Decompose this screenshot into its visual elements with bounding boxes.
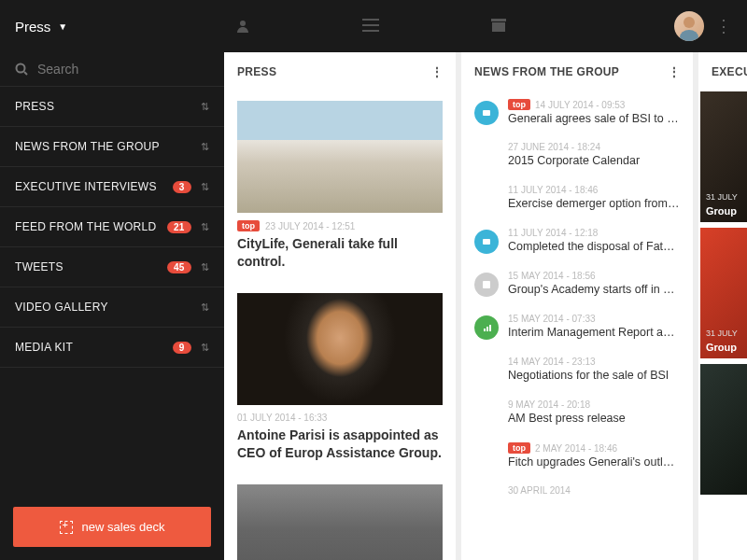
svg-rect-13 bbox=[483, 281, 490, 288]
more-icon[interactable]: ⋮ bbox=[431, 65, 443, 78]
list-item[interactable]: 27 JUNE 2014 - 18:242015 Corporate Calen… bbox=[463, 134, 691, 177]
svg-point-4 bbox=[362, 19, 364, 21]
item-date: 11 JULY 2014 - 12:18 bbox=[508, 228, 598, 238]
category-icon bbox=[474, 401, 499, 426]
list-icon[interactable] bbox=[362, 19, 379, 34]
list-item[interactable]: 30 APRIL 2014 bbox=[463, 478, 691, 521]
svg-point-5 bbox=[362, 24, 364, 26]
top-tag: top bbox=[508, 99, 530, 110]
search-input[interactable]: Search bbox=[0, 52, 224, 87]
sidebar-item-label: MEDIA KIT bbox=[15, 341, 173, 354]
item-date: 14 JULY 2014 - 09:53 bbox=[535, 100, 625, 110]
column-header: NEWS FROM THE GROUP ⋮ bbox=[461, 52, 693, 91]
workspace-selector[interactable]: Press ▼ bbox=[15, 19, 67, 35]
list-item[interactable]: 9 MAY 2014 - 20:18AM Best press release bbox=[463, 392, 691, 435]
sort-icon: ⇅ bbox=[201, 141, 209, 153]
list-item[interactable]: top2 MAY 2014 - 18:46Fitch upgrades Gene… bbox=[463, 435, 691, 478]
list-item[interactable]: 15 MAY 2014 - 18:56Group's Academy start… bbox=[463, 263, 691, 306]
exec-card[interactable]: 31 JULYGroup bbox=[700, 91, 747, 222]
more-icon[interactable]: ⋮ bbox=[669, 65, 680, 78]
sidebar-item-tweets[interactable]: TWEETS45⇅ bbox=[0, 247, 224, 287]
column-body[interactable]: top23 JULY 2014 - 12:51 CityLife, Genera… bbox=[224, 91, 456, 560]
column-title: PRESS bbox=[237, 65, 276, 78]
item-title: 2015 Corporate Calendar bbox=[508, 154, 680, 167]
sidebar-item-press[interactable]: PRESS⇅ bbox=[0, 87, 224, 127]
new-deck-button[interactable]: new sales deck bbox=[13, 507, 211, 547]
column-press: PRESS ⋮ top23 JULY 2014 - 12:51 CityLife… bbox=[224, 52, 456, 560]
column-body[interactable]: top14 JULY 2014 - 09:53Generali agrees s… bbox=[461, 91, 693, 560]
sidebar: Search PRESS⇅ NEWS FROM THE GROUP⇅ EXECU… bbox=[0, 52, 224, 560]
press-card[interactable]: top23 JULY 2014 - 12:51 CityLife, Genera… bbox=[226, 91, 454, 284]
column-header: EXECUTI bbox=[698, 52, 747, 91]
item-title: Exercise demerger option from Telco bbox=[508, 197, 680, 210]
card-date: 31 JULY bbox=[706, 192, 738, 202]
press-card[interactable]: 01 JULY 2014 - 16:33 Antoine Parisi is a… bbox=[226, 284, 454, 475]
sidebar-item-video[interactable]: VIDEO GALLERY⇅ bbox=[0, 287, 224, 328]
svg-rect-16 bbox=[489, 325, 491, 331]
item-title: AM Best press release bbox=[508, 412, 680, 425]
sidebar-item-label: EXECUTIVE INTERVIEWS bbox=[15, 180, 173, 193]
count-badge: 21 bbox=[167, 221, 191, 233]
list-item[interactable]: 11 JULY 2014 - 12:18Completed the dispos… bbox=[463, 220, 691, 263]
svg-point-0 bbox=[240, 21, 246, 26]
item-title: Fitch upgrades Generali's outlook bbox=[508, 455, 680, 469]
list-item[interactable]: 11 JULY 2014 - 18:46Exercise demerger op… bbox=[463, 177, 691, 220]
sidebar-item-label: FEED FROM THE WORLD bbox=[15, 220, 167, 233]
sidebar-item-feed[interactable]: FEED FROM THE WORLD21⇅ bbox=[0, 207, 224, 247]
svg-line-10 bbox=[24, 72, 27, 75]
item-title: Negotiations for the sale of BSI bbox=[508, 369, 680, 382]
item-title: Group's Academy starts off in Trieste bbox=[508, 283, 680, 296]
sidebar-item-label: TWEETS bbox=[15, 260, 167, 273]
card-thumbnail bbox=[237, 484, 443, 560]
card-date: 01 JULY 2014 - 16:33 bbox=[237, 413, 327, 423]
sidebar-item-label: PRESS bbox=[15, 100, 201, 113]
top-tag: top bbox=[508, 442, 530, 454]
svg-rect-7 bbox=[491, 19, 506, 21]
svg-rect-15 bbox=[486, 327, 488, 331]
item-date: 11 JULY 2014 - 18:46 bbox=[508, 185, 598, 195]
list-item[interactable]: 14 MAY 2014 - 23:13Negotiations for the … bbox=[463, 349, 691, 392]
topbar: Press ▼ ⋮ bbox=[0, 0, 747, 52]
user-icon[interactable] bbox=[235, 19, 250, 34]
sort-icon: ⇅ bbox=[201, 101, 209, 113]
sidebar-item-media[interactable]: MEDIA KIT9⇅ bbox=[0, 328, 224, 368]
column-title: NEWS FROM THE GROUP bbox=[474, 65, 619, 78]
sort-icon: ⇅ bbox=[201, 221, 209, 233]
more-icon[interactable]: ⋮ bbox=[715, 16, 732, 36]
press-card[interactable] bbox=[226, 475, 454, 560]
card-meta: 01 JULY 2014 - 16:33 bbox=[237, 413, 443, 423]
svg-rect-3 bbox=[362, 30, 379, 32]
top-tag: top bbox=[237, 220, 260, 231]
svg-point-6 bbox=[362, 30, 364, 32]
count-badge: 9 bbox=[173, 342, 191, 354]
card-title: Antoine Parisi is asappointed as CEO of … bbox=[237, 427, 443, 462]
column-header: PRESS ⋮ bbox=[224, 52, 456, 91]
item-date: 2 MAY 2014 - 18:46 bbox=[535, 443, 617, 454]
sidebar-item-news[interactable]: NEWS FROM THE GROUP⇅ bbox=[0, 127, 224, 167]
sidebar-item-label: VIDEO GALLERY bbox=[15, 301, 201, 314]
svg-rect-2 bbox=[362, 24, 379, 26]
avatar[interactable] bbox=[674, 11, 704, 41]
item-title: Completed the disposal of Fata ... bbox=[508, 240, 680, 253]
main: Search PRESS⇅ NEWS FROM THE GROUP⇅ EXECU… bbox=[0, 52, 747, 560]
item-date: 15 MAY 2014 - 18:56 bbox=[508, 271, 596, 281]
sidebar-item-exec[interactable]: EXECUTIVE INTERVIEWS3⇅ bbox=[0, 167, 224, 207]
list-item[interactable]: top14 JULY 2014 - 09:53Generali agrees s… bbox=[463, 91, 691, 134]
exec-card[interactable] bbox=[700, 364, 747, 495]
svg-rect-11 bbox=[483, 110, 490, 116]
exec-card[interactable]: 31 JULYGroup bbox=[700, 228, 747, 358]
card-thumbnail bbox=[237, 101, 443, 213]
list-item[interactable]: 15 MAY 2014 - 07:33Interim Management Re… bbox=[463, 306, 691, 349]
svg-rect-1 bbox=[362, 19, 379, 21]
column-body[interactable]: 31 JULYGroup 31 JULYGroup bbox=[698, 91, 747, 560]
count-badge: 45 bbox=[167, 261, 191, 273]
item-title: Generali agrees sale of BSI to BTG ... bbox=[508, 112, 680, 125]
card-meta: top23 JULY 2014 - 12:51 bbox=[237, 220, 443, 231]
card-thumbnail bbox=[237, 293, 443, 405]
topbar-right: ⋮ bbox=[674, 11, 732, 41]
archive-icon[interactable] bbox=[491, 19, 506, 34]
chevron-down-icon: ▼ bbox=[58, 21, 67, 32]
card-title: CityLife, Generali take full control. bbox=[237, 235, 443, 271]
item-date: 15 MAY 2014 - 07:33 bbox=[508, 314, 596, 324]
topbar-nav bbox=[235, 19, 506, 34]
